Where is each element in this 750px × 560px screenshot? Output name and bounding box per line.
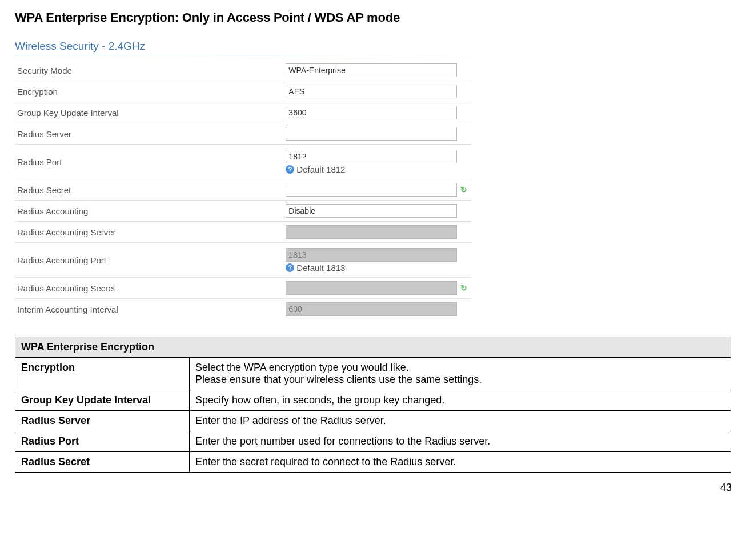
def-row: Radius Port Enter the port number used f… bbox=[15, 431, 731, 452]
label-radius-secret: Radius Secret bbox=[15, 179, 283, 201]
input-radius-port[interactable] bbox=[286, 150, 457, 163]
page-heading: WPA Enterprise Encryption: Only in Acces… bbox=[15, 10, 735, 25]
def-header: WPA Enterprise Encryption bbox=[15, 337, 731, 358]
row-radius-accounting: Radius Accounting Disable bbox=[15, 201, 472, 222]
settings-form: Security Mode WPA-Enterprise Encryption … bbox=[15, 60, 472, 319]
help-icon: ? bbox=[286, 263, 294, 272]
def-desc: Enter the port number used for connectio… bbox=[190, 431, 731, 452]
row-radius-server: Radius Server bbox=[15, 123, 472, 145]
label-group-key: Group Key Update Interval bbox=[15, 102, 283, 123]
refresh-icon[interactable]: ↻ bbox=[460, 185, 467, 194]
input-group-key[interactable] bbox=[286, 106, 457, 119]
label-radius-port: Radius Port bbox=[15, 145, 283, 179]
input-acct-port bbox=[286, 248, 457, 262]
label-radius-server: Radius Server bbox=[15, 123, 283, 145]
def-desc: Specify how often, in seconds, the group… bbox=[190, 390, 731, 411]
row-group-key: Group Key Update Interval bbox=[15, 102, 472, 123]
def-label: Group Key Update Interval bbox=[15, 390, 190, 411]
row-radius-port: Radius Port ? Default 1812 bbox=[15, 145, 472, 179]
select-security-mode[interactable]: WPA-Enterprise bbox=[286, 63, 457, 77]
input-radius-server[interactable] bbox=[286, 127, 457, 141]
input-acct-server bbox=[286, 225, 457, 239]
label-encryption: Encryption bbox=[15, 81, 283, 102]
label-security-mode: Security Mode bbox=[15, 60, 283, 81]
label-interim: Interim Accounting Interval bbox=[15, 299, 283, 320]
label-radius-accounting: Radius Accounting bbox=[15, 201, 283, 222]
row-interim: Interim Accounting Interval bbox=[15, 299, 472, 320]
row-acct-server: Radius Accounting Server bbox=[15, 222, 472, 243]
panel-divider bbox=[15, 55, 472, 55]
definition-table: WPA Enterprise Encryption Encryption Sel… bbox=[15, 337, 731, 473]
row-radius-secret: Radius Secret ↻ bbox=[15, 179, 472, 201]
hint-text: Default 1813 bbox=[296, 263, 345, 273]
def-label: Encryption bbox=[15, 358, 190, 390]
input-radius-secret[interactable] bbox=[286, 183, 457, 197]
def-label: Radius Secret bbox=[15, 452, 190, 473]
help-icon: ? bbox=[286, 165, 294, 174]
def-desc: Enter the IP address of the Radius serve… bbox=[190, 411, 731, 431]
def-label: Radius Port bbox=[15, 431, 190, 452]
input-interim bbox=[286, 302, 457, 316]
def-row: Group Key Update Interval Specify how of… bbox=[15, 390, 731, 411]
panel-title: Wireless Security - 2.4GHz bbox=[15, 40, 472, 53]
refresh-icon[interactable]: ↻ bbox=[460, 283, 467, 293]
hint-radius-port: ? Default 1812 bbox=[286, 163, 470, 174]
hint-text: Default 1812 bbox=[296, 165, 345, 174]
def-row: Radius Secret Enter the secret required … bbox=[15, 452, 731, 473]
hint-acct-port: ? Default 1813 bbox=[286, 262, 470, 273]
def-row: Encryption Select the WPA encryption typ… bbox=[15, 358, 731, 390]
row-acct-secret: Radius Accounting Secret ↻ bbox=[15, 278, 472, 299]
row-encryption: Encryption AES bbox=[15, 81, 472, 102]
page-number: 43 bbox=[15, 482, 735, 494]
wireless-security-panel: Wireless Security - 2.4GHz Security Mode… bbox=[15, 40, 472, 319]
label-acct-secret: Radius Accounting Secret bbox=[15, 278, 283, 299]
def-desc: Select the WPA encryption type you would… bbox=[190, 358, 731, 390]
label-acct-port: Radius Accounting Port bbox=[15, 243, 283, 278]
label-acct-server: Radius Accounting Server bbox=[15, 222, 283, 243]
row-security-mode: Security Mode WPA-Enterprise bbox=[15, 60, 472, 81]
select-encryption[interactable]: AES bbox=[286, 85, 457, 98]
def-desc: Enter the secret required to connect to … bbox=[190, 452, 731, 473]
def-label: Radius Server bbox=[15, 411, 190, 431]
row-acct-port: Radius Accounting Port ? Default 1813 bbox=[15, 243, 472, 278]
select-radius-accounting[interactable]: Disable bbox=[286, 204, 457, 218]
def-row: Radius Server Enter the IP address of th… bbox=[15, 411, 731, 431]
input-acct-secret bbox=[286, 281, 457, 295]
